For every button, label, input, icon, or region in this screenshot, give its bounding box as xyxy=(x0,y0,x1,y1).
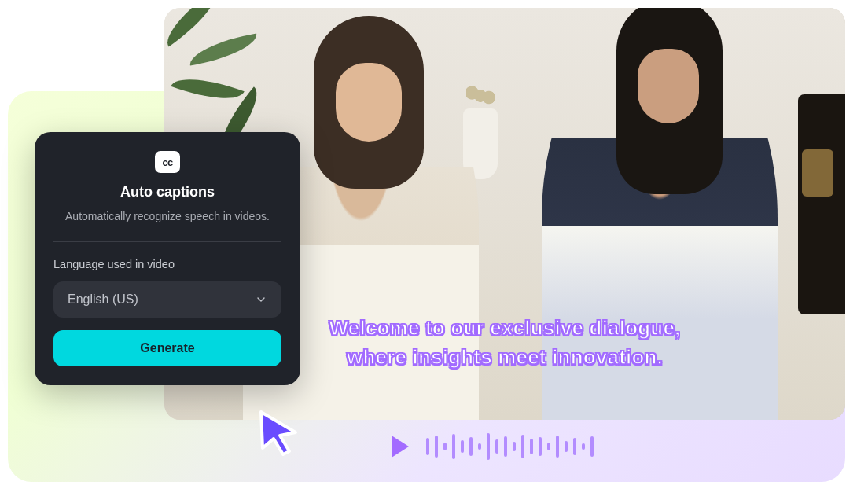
waveform-bar xyxy=(547,443,550,450)
waveform-bar xyxy=(565,441,568,452)
chevron-down-icon xyxy=(255,293,267,306)
waveform-bar xyxy=(539,437,542,456)
waveform-bar xyxy=(461,440,464,453)
waveform-bar xyxy=(521,435,524,458)
waveform-bar xyxy=(495,439,498,454)
generate-button[interactable]: Generate xyxy=(53,330,281,366)
waveform-bar xyxy=(590,436,594,457)
waveform-bar xyxy=(487,433,490,460)
panel-description: Automatically recognize speech in videos… xyxy=(53,208,281,226)
video-caption: Welcome to our exclusive dialogue, where… xyxy=(261,314,748,373)
camera-grip xyxy=(802,149,833,197)
cc-icon-wrap: cc xyxy=(53,151,281,173)
waveform-bar xyxy=(443,443,447,450)
waveform-bar xyxy=(478,443,481,450)
waveform-bar xyxy=(426,438,429,455)
waveform-bar xyxy=(469,437,473,456)
waveform-bar xyxy=(573,438,576,455)
camera-foreground xyxy=(798,94,845,314)
language-select[interactable]: English (US) xyxy=(53,281,281,318)
caption-line-1: Welcome to our exclusive dialogue, xyxy=(329,316,681,340)
cursor-pointer-icon xyxy=(256,409,302,459)
closed-captions-icon: cc xyxy=(155,151,180,173)
waveform-bar xyxy=(504,436,507,457)
waveform-bar xyxy=(435,436,438,458)
waveform-bar xyxy=(452,434,455,459)
language-label: Language used in video xyxy=(53,258,281,270)
auto-captions-panel: cc Auto captions Automatically recognize… xyxy=(35,132,300,385)
audio-waveform[interactable] xyxy=(426,431,594,462)
playback-bar xyxy=(392,431,594,462)
waveform-bar xyxy=(530,439,533,454)
waveform-bar xyxy=(582,443,585,450)
waveform-bar xyxy=(556,436,559,458)
caption-line-2: where insights meet innovation. xyxy=(347,345,663,369)
panel-divider xyxy=(53,241,281,242)
play-icon[interactable] xyxy=(392,436,409,458)
waveform-bar xyxy=(513,442,516,451)
panel-title: Auto captions xyxy=(53,184,281,200)
language-selected-value: English (US) xyxy=(68,292,138,307)
